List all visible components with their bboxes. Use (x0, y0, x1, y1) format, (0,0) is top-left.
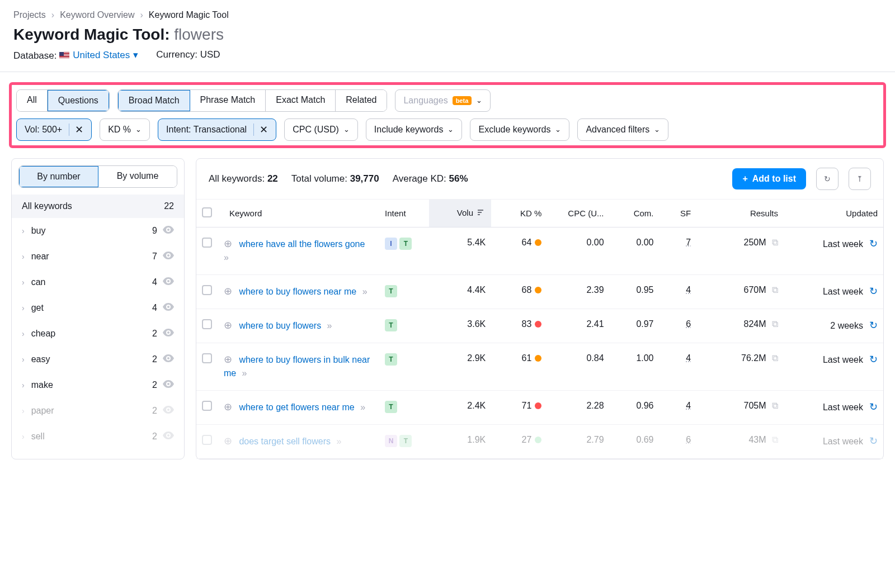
keyword-link[interactable]: does target sell flowers » (239, 437, 341, 446)
keyword-link[interactable]: where to get flowers near me » (239, 402, 365, 412)
filter-advanced[interactable]: Advanced filters ⌄ (577, 118, 668, 141)
col-intent[interactable]: Intent (379, 200, 429, 227)
refresh-icon[interactable]: ↻ (866, 286, 878, 297)
col-cpc[interactable]: CPC (U... (547, 200, 609, 227)
tab-phrase-match[interactable]: Phrase Match (190, 90, 266, 111)
tab-all[interactable]: All (17, 90, 48, 111)
col-sf[interactable]: SF (660, 200, 697, 227)
breadcrumb-current: Keyword Magic Tool (149, 10, 229, 20)
refresh-button[interactable]: ↻ (816, 168, 839, 190)
sidebar-item[interactable]: › easy 2 (12, 347, 184, 372)
serp-icon[interactable]: ⧉ (770, 238, 778, 247)
keyword-link[interactable]: where have all the flowers gone » (224, 239, 368, 262)
keyword-link[interactable]: where to buy flowers in bulk near me » (224, 355, 370, 378)
close-icon[interactable]: ✕ (69, 124, 83, 136)
refresh-icon[interactable]: ↻ (866, 354, 878, 365)
add-circle-icon[interactable]: ⊕ (224, 319, 232, 331)
filter-intent[interactable]: Intent: Transactional ✕ (158, 118, 276, 141)
refresh-icon[interactable]: ↻ (866, 401, 878, 412)
sidebar-item-label: cheap (31, 329, 152, 339)
col-updated[interactable]: Updated (784, 200, 883, 227)
sidebar-item[interactable]: › get 4 (12, 295, 184, 321)
tab-exact-match[interactable]: Exact Match (266, 90, 336, 111)
eye-icon[interactable] (163, 252, 174, 262)
select-all-checkbox[interactable] (202, 207, 212, 217)
add-circle-icon[interactable]: ⊕ (224, 285, 232, 297)
eye-icon[interactable] (163, 380, 174, 390)
chevron-right-icon: › (22, 304, 25, 312)
filter-kd[interactable]: KD % ⌄ (100, 118, 150, 141)
refresh-icon[interactable]: ↻ (866, 238, 878, 249)
export-button[interactable]: ⤒ (849, 168, 871, 190)
serp-icon[interactable]: ⧉ (770, 319, 778, 329)
table-row: ⊕ where to buy flowers in bulk near me »… (196, 343, 883, 390)
col-com[interactable]: Com. (610, 200, 660, 227)
sidebar-item[interactable]: › paper 2 (12, 398, 184, 424)
tab-related[interactable]: Related (336, 90, 387, 111)
row-checkbox[interactable] (202, 435, 212, 445)
eye-icon[interactable] (163, 277, 174, 287)
add-circle-icon[interactable]: ⊕ (224, 401, 232, 413)
sidebar-item[interactable]: › near 7 (12, 244, 184, 269)
keyword-link[interactable]: where to buy flowers near me » (239, 287, 367, 296)
svg-point-3 (167, 306, 169, 308)
eye-icon[interactable] (163, 226, 174, 236)
cell-sf: 4 (660, 343, 697, 390)
close-icon[interactable]: ✕ (253, 124, 268, 136)
chevron-right-icon: › (140, 10, 143, 20)
sidebar-item-label: sell (31, 431, 152, 442)
cell-updated: Last week ↻ (784, 424, 883, 458)
tab-by-number[interactable]: By number (19, 166, 98, 187)
add-to-list-button[interactable]: + Add to list (732, 168, 806, 189)
col-kd[interactable]: KD % (491, 200, 547, 227)
breadcrumb-overview[interactable]: Keyword Overview (60, 10, 134, 20)
filter-cpc[interactable]: CPC (USD) ⌄ (284, 118, 358, 141)
refresh-icon[interactable]: ↻ (866, 435, 878, 447)
eye-icon[interactable] (163, 406, 174, 416)
filter-volume[interactable]: Vol: 500+ ✕ (16, 118, 92, 141)
breadcrumb-projects[interactable]: Projects (13, 10, 46, 20)
chevron-right-icon: › (22, 226, 25, 235)
sidebar-item[interactable]: › sell 2 (12, 424, 184, 449)
col-results[interactable]: Results (696, 200, 784, 227)
eye-icon[interactable] (163, 303, 174, 313)
sidebar-item[interactable]: › buy 9 (12, 218, 184, 244)
serp-icon[interactable]: ⧉ (770, 401, 778, 410)
sidebar-all-keywords[interactable]: All keywords 22 (12, 195, 184, 218)
row-checkbox[interactable] (202, 401, 212, 411)
add-circle-icon[interactable]: ⊕ (224, 353, 232, 366)
database-selector[interactable]: Database: United States ▾ (13, 49, 138, 61)
tab-by-volume[interactable]: By volume (98, 166, 177, 187)
filter-exclude[interactable]: Exclude keywords ⌄ (470, 118, 569, 141)
row-checkbox[interactable] (202, 238, 212, 248)
eye-icon[interactable] (163, 431, 174, 442)
plus-icon: + (742, 174, 747, 184)
col-keyword[interactable]: Keyword (224, 200, 379, 227)
sidebar-item-label: paper (31, 406, 152, 416)
cell-kd: 71 (491, 390, 547, 424)
refresh-icon[interactable]: ↻ (866, 320, 878, 331)
cell-volume: 2.9K (429, 343, 491, 390)
serp-icon[interactable]: ⧉ (770, 285, 778, 295)
serp-icon[interactable]: ⧉ (770, 353, 778, 363)
currency-display: Currency: USD (156, 49, 220, 61)
eye-icon[interactable] (163, 354, 174, 364)
chevron-down-icon: ⌄ (476, 96, 482, 105)
sidebar-item[interactable]: › cheap 2 (12, 321, 184, 347)
serp-icon[interactable]: ⧉ (770, 435, 778, 444)
filter-include[interactable]: Include keywords ⌄ (366, 118, 463, 141)
eye-icon[interactable] (163, 329, 174, 339)
sidebar-item[interactable]: › make 2 (12, 372, 184, 398)
tab-broad-match[interactable]: Broad Match (118, 90, 190, 111)
languages-dropdown[interactable]: Languages beta ⌄ (395, 89, 491, 112)
row-checkbox[interactable] (202, 285, 212, 295)
row-checkbox[interactable] (202, 353, 212, 363)
keyword-link[interactable]: where to buy flowers » (239, 321, 332, 330)
add-circle-icon[interactable]: ⊕ (224, 435, 232, 447)
row-checkbox[interactable] (202, 319, 212, 329)
sidebar-item[interactable]: › can 4 (12, 269, 184, 295)
col-volume[interactable]: Volu (429, 200, 491, 227)
add-circle-icon[interactable]: ⊕ (224, 238, 232, 250)
cell-kd: 61 (491, 343, 547, 390)
tab-questions[interactable]: Questions (48, 90, 109, 111)
